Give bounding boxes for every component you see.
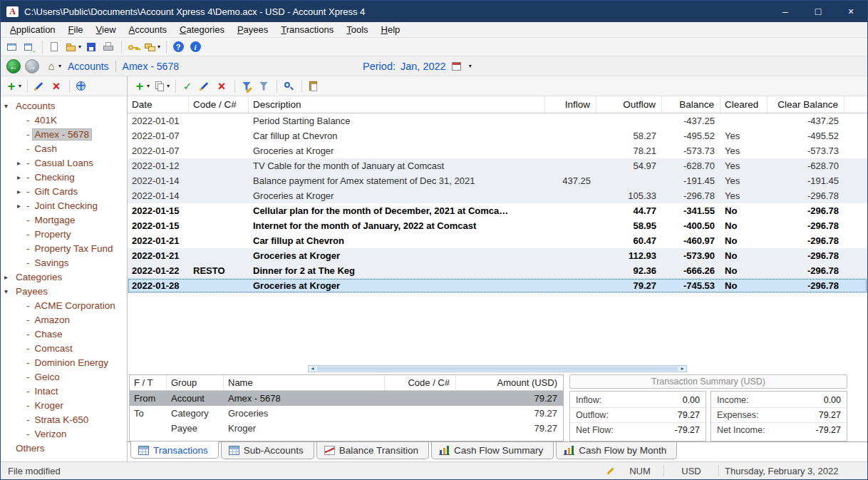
sidebar-item-accounts[interactable]: Accounts [1, 98, 127, 113]
transaction-row[interactable]: 2022-01-07 Car fillup at Chevron 58.27 -… [128, 128, 867, 143]
tab-balance-transition[interactable]: Balance Transition [316, 442, 429, 459]
transaction-row[interactable]: 2022-01-15 Internet for the month of Jan… [128, 218, 867, 233]
sidebar-item-dominion-energy[interactable]: Dominion Energy [1, 355, 127, 369]
transaction-row[interactable]: 2022-01-22 RESTO Dinner for 2 at The Keg… [128, 263, 867, 278]
sidebar-item-401k[interactable]: 401K [1, 113, 127, 127]
password-key-icon[interactable] [125, 39, 143, 56]
sidebar-item-acme-corporation[interactable]: ACME Corporation [1, 298, 127, 312]
menu-view[interactable]: View [90, 23, 123, 36]
detail-row[interactable]: From Account Amex - 5678 79.27 [130, 391, 563, 406]
column-header[interactable]: Clear Balance [768, 96, 844, 113]
tab-sub-accounts[interactable]: Sub-Accounts [221, 442, 314, 459]
sidebar-item-payees[interactable]: Payees [1, 284, 127, 298]
back-button[interactable] [6, 59, 21, 73]
sidebar-item-amex-5678[interactable]: Amex - 5678 [1, 127, 127, 141]
transaction-row[interactable]: 2022-01-15 Cellular plan for the month o… [128, 203, 867, 218]
edit-filter-icon[interactable] [239, 78, 256, 95]
edit-transaction-icon[interactable] [197, 78, 214, 95]
sidebar-item-property-tax-fund[interactable]: Property Tax Fund [1, 241, 127, 255]
tab-cash-flow-summary[interactable]: Cash Flow Summary [431, 442, 554, 459]
sidebar-item-amazon[interactable]: Amazon [1, 312, 127, 327]
delete-transaction-icon[interactable] [214, 78, 231, 95]
paste-icon[interactable] [306, 78, 323, 95]
web-globe-icon[interactable] [73, 78, 91, 95]
sign-out-icon[interactable] [21, 39, 38, 56]
transaction-row[interactable]: 2022-01-07 Groceries at Kroger 78.21 -57… [128, 143, 867, 158]
sidebar-item-joint-checking[interactable]: Joint Checking [1, 198, 127, 213]
menu-transactions[interactable]: Transactions [274, 23, 340, 36]
menu-tools[interactable]: Tools [340, 23, 374, 36]
sidebar-item-property[interactable]: Property [1, 227, 127, 241]
column-header[interactable]: Description [249, 96, 545, 113]
detail-row[interactable]: Payee Kroger 79.27 [130, 421, 563, 436]
sidebar-item-categories[interactable]: Categories [1, 270, 127, 284]
print-icon[interactable] [100, 39, 118, 56]
transaction-row[interactable]: 2022-01-12 TV Cable for the month of Jan… [128, 158, 867, 173]
sidebar-item-verizon[interactable]: Verizon [1, 427, 127, 441]
backup-icon[interactable]: ▾ [143, 39, 162, 56]
splitter-track[interactable] [317, 367, 678, 371]
add-account-icon[interactable]: ▾ [4, 78, 24, 95]
transaction-row[interactable]: 2022-01-01 Period Starting Balance -437.… [128, 113, 867, 128]
transaction-row[interactable]: 2022-01-14 Balance payment for Amex stat… [128, 173, 867, 188]
breadcrumb-accounts[interactable]: Accounts [68, 61, 109, 72]
close-button[interactable]: × [835, 1, 867, 22]
duplicate-transaction-icon[interactable]: ▾ [152, 78, 172, 95]
tab-cash-flow-by-month[interactable]: Cash Flow by Month [556, 442, 677, 459]
apply-filter-icon[interactable] [256, 78, 273, 95]
sidebar-item-checking[interactable]: Checking [1, 170, 127, 184]
save-icon[interactable] [83, 39, 100, 56]
transaction-row[interactable]: 2022-01-21 Groceries at Kroger 112.93 -5… [128, 248, 867, 263]
help-icon[interactable] [170, 39, 187, 56]
window-icon[interactable] [4, 39, 21, 56]
column-header[interactable]: Code / C# [189, 96, 249, 113]
sidebar-item-kroger[interactable]: Kroger [1, 398, 127, 412]
sidebar-item-geico[interactable]: Geico [1, 369, 127, 384]
splitter-handle[interactable] [308, 365, 687, 372]
splitter-left-arrow-icon[interactable] [309, 366, 316, 372]
column-header[interactable]: Inflow [545, 96, 596, 113]
breadcrumb-current-account[interactable]: Amex - 5678 [123, 61, 179, 72]
sidebar-item-others[interactable]: Others [1, 441, 127, 455]
menu-payees[interactable]: Payees [231, 23, 274, 36]
period-dropdown-arrow[interactable]: ▾ [469, 63, 472, 69]
tab-transactions[interactable]: Transactions [130, 441, 219, 459]
sidebar-item-cash[interactable]: Cash [1, 141, 127, 155]
sidebar-item-gift-cards[interactable]: Gift Cards [1, 184, 127, 198]
sidebar-item-mortgage[interactable]: Mortgage [1, 213, 127, 227]
confirm-transaction-icon[interactable] [180, 78, 197, 95]
calendar-icon[interactable] [451, 61, 463, 72]
sidebar-item-intact[interactable]: Intact [1, 384, 127, 398]
splitter-right-arrow-icon[interactable] [678, 366, 686, 372]
sidebar-item-savings[interactable]: Savings [1, 255, 127, 270]
new-file-icon[interactable] [46, 39, 63, 56]
column-header[interactable]: Balance [662, 96, 720, 113]
search-icon[interactable] [281, 78, 298, 95]
add-transaction-icon[interactable]: ▾ [132, 78, 152, 95]
edit-account-icon[interactable] [31, 78, 48, 95]
detail-row[interactable]: To Category Groceries 79.27 [130, 406, 563, 421]
column-header[interactable]: Date [128, 96, 189, 113]
forward-button[interactable] [25, 59, 39, 73]
menu-help[interactable]: Help [375, 23, 407, 36]
menu-application[interactable]: Application [4, 23, 62, 36]
about-icon[interactable] [187, 39, 205, 56]
transaction-row[interactable]: 2022-01-21 Car fillup at Chevron 60.47 -… [128, 233, 867, 248]
sidebar-item-casual-loans[interactable]: Casual Loans [1, 155, 127, 170]
menu-file[interactable]: File [62, 23, 90, 36]
sidebar-item-strata-k-650[interactable]: Strata K-650 [1, 412, 127, 427]
transaction-row[interactable]: 2022-01-28 Groceries at Kroger 79.27 -74… [128, 278, 867, 293]
period-value[interactable]: Jan, 2022 [401, 61, 446, 72]
sidebar-item-chase[interactable]: Chase [1, 327, 127, 341]
transaction-row[interactable]: 2022-01-14 Groceries at Kroger 105.33 -2… [128, 188, 867, 203]
maximize-button[interactable]: □ [802, 1, 835, 22]
sidebar-item-comcast[interactable]: Comcast [1, 341, 127, 355]
menu-categories[interactable]: Categories [173, 23, 231, 36]
column-header[interactable]: Cleared [720, 96, 768, 113]
column-header[interactable]: Outflow [596, 96, 662, 113]
home-button[interactable]: ▾ [43, 58, 63, 75]
menu-accounts[interactable]: Accounts [123, 23, 173, 36]
delete-account-icon[interactable] [48, 78, 66, 95]
minimize-button[interactable]: – [769, 1, 802, 22]
open-file-icon[interactable]: ▾ [63, 39, 83, 56]
